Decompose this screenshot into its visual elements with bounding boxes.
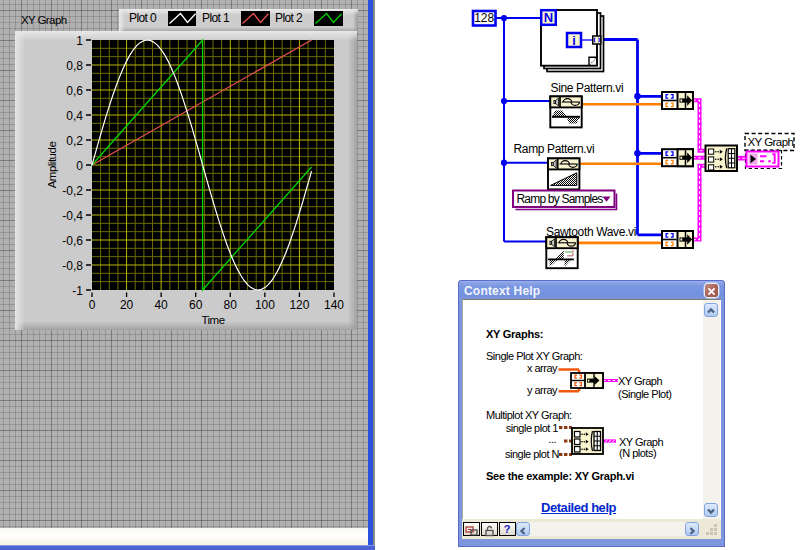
svg-text:i: i bbox=[572, 34, 575, 48]
svg-text:-0,2: -0,2 bbox=[62, 184, 83, 198]
svg-text:100: 100 bbox=[255, 298, 275, 312]
svg-text:Ramp Pattern.vi: Ramp Pattern.vi bbox=[514, 142, 595, 156]
svg-text:140: 140 bbox=[324, 298, 344, 312]
svg-text:128: 128 bbox=[474, 11, 494, 25]
svg-text:-0,4: -0,4 bbox=[62, 209, 83, 223]
svg-text:Ramp by Samples: Ramp by Samples bbox=[517, 192, 604, 206]
svg-text:N: N bbox=[544, 10, 553, 25]
svg-text:20: 20 bbox=[120, 298, 134, 312]
svg-text:Time: Time bbox=[201, 314, 224, 326]
svg-text:0,8: 0,8 bbox=[66, 59, 83, 73]
svg-text:0,6: 0,6 bbox=[66, 84, 83, 98]
svg-text:-1: -1 bbox=[72, 284, 83, 298]
svg-text:Sawtooth Wave.vi: Sawtooth Wave.vi bbox=[546, 225, 636, 239]
svg-text:-0,8: -0,8 bbox=[62, 259, 83, 273]
svg-text:120: 120 bbox=[289, 298, 309, 312]
svg-text:80: 80 bbox=[224, 298, 238, 312]
svg-text:Amplitude: Amplitude bbox=[46, 142, 58, 189]
svg-text:0: 0 bbox=[89, 298, 96, 312]
svg-text:Sine Pattern.vi: Sine Pattern.vi bbox=[551, 81, 624, 95]
svg-text:40: 40 bbox=[154, 298, 168, 312]
svg-text:1: 1 bbox=[76, 34, 83, 48]
svg-text:0,4: 0,4 bbox=[66, 109, 83, 123]
svg-text:0: 0 bbox=[76, 159, 83, 173]
svg-text:XY Graph: XY Graph bbox=[748, 136, 794, 148]
svg-text:0,2: 0,2 bbox=[66, 134, 83, 148]
svg-text:60: 60 bbox=[189, 298, 203, 312]
svg-text:-0,6: -0,6 bbox=[62, 234, 83, 248]
